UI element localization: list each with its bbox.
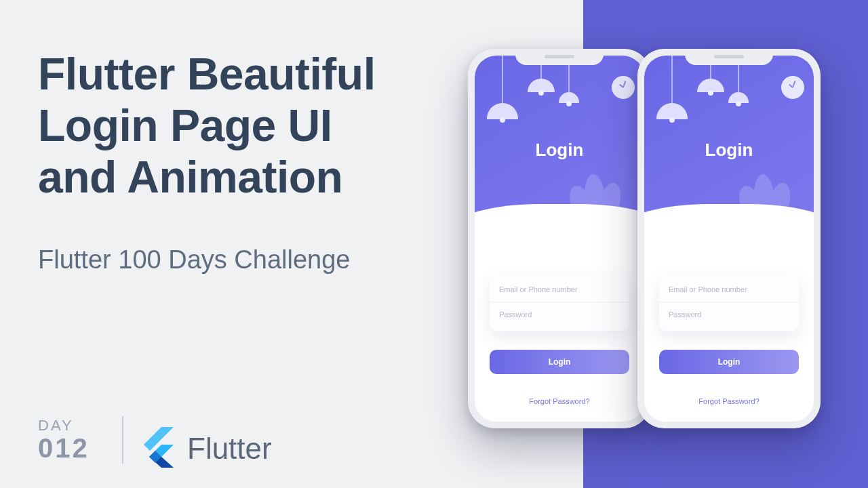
password-field[interactable]: Password [490,302,629,327]
day-number: 012 [38,433,90,464]
clock-icon [612,76,635,99]
email-field[interactable]: Email or Phone number [659,277,799,302]
login-button[interactable]: Login [659,350,799,374]
lamp-icon [656,56,688,119]
flutter-logo-icon [142,427,176,470]
login-form: Email or Phone number Password Login For… [490,268,629,405]
lamp-icon [487,56,518,119]
title-line-1: Flutter Beautiful [38,49,376,99]
title-line-2: Login Page UI [38,100,332,150]
thumbnail-canvas: Flutter Beautiful Login Page UI and Anim… [0,0,868,488]
login-heading: Login [475,140,644,161]
plant-pot-icon [560,215,616,242]
password-field[interactable]: Password [659,302,799,327]
day-label: DAY [38,417,90,434]
phone-speaker [714,55,744,58]
login-heading: Login [644,140,814,161]
login-button[interactable]: Login [490,350,629,374]
login-form: Email or Phone number Password Login For… [659,268,799,405]
clock-icon [781,76,804,99]
phone-screen: Login Email or Phone number Password Log… [475,56,644,422]
phone-mockup-right: Login Email or Phone number Password Log… [637,49,821,428]
input-card: Email or Phone number Password [659,273,799,331]
email-field[interactable]: Email or Phone number [490,277,629,302]
flutter-brand: Flutter [142,427,272,470]
login-hero-illustration: Login [475,56,644,246]
main-title: Flutter Beautiful Login Page UI and Anim… [38,49,445,203]
vertical-divider [122,416,123,464]
subtitle: Flutter 100 Days Challenge [38,245,350,274]
plant-pot-icon [730,215,785,242]
flutter-wordmark: Flutter [187,432,272,466]
input-card: Email or Phone number Password [490,273,629,331]
day-counter: DAY 012 [38,417,90,464]
phone-mockup-left: Login Email or Phone number Password Log… [468,49,651,428]
title-line-3: and Animation [38,152,342,202]
phone-screen: Login Email or Phone number Password Log… [644,56,814,422]
phone-speaker [545,55,574,58]
login-hero-illustration: Login [644,56,814,246]
forgot-password-link[interactable]: Forgot Password? [490,397,629,405]
forgot-password-link[interactable]: Forgot Password? [659,397,799,405]
